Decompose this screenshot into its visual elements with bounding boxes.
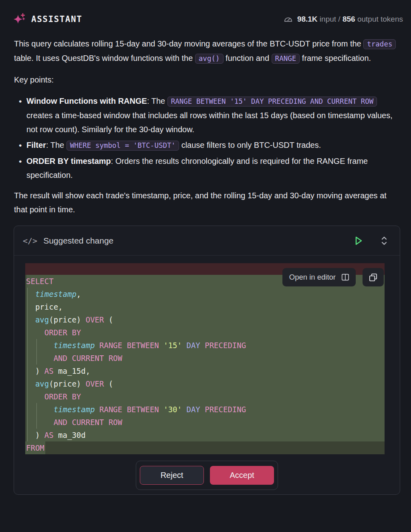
key-point-item: ORDER BY timestamp: Orders the results c… <box>26 154 398 182</box>
code-token: timestamp <box>35 290 77 298</box>
code-token: ORDER BY <box>44 328 81 337</box>
code-token: , <box>77 290 81 298</box>
suggestion-actions: Reject Accept <box>14 454 400 494</box>
role-label: ASSISTANT <box>31 14 82 24</box>
code-token: avg <box>35 379 49 388</box>
intro-paragraph: This query calculates rolling 15-day and… <box>14 37 398 66</box>
code-token: ma_15d, <box>54 367 91 375</box>
code-token: FROM <box>25 441 45 454</box>
code-token: ORDER BY <box>44 392 81 401</box>
inline-code-chip: RANGE BETWEEN '15' DAY PRECEDING AND CUR… <box>167 97 377 107</box>
token-usage: 98.1K input / 856 output tokens <box>283 14 403 24</box>
code-token <box>200 405 205 414</box>
gauge-icon <box>283 14 293 24</box>
code-line: ) AS ma_15d, <box>25 365 385 377</box>
code-token <box>26 315 35 324</box>
code-line: timestamp RANGE BETWEEN '15' DAY PRECEDI… <box>25 339 385 352</box>
key-point-item: Window Functions with RANGE: The RANGE B… <box>26 94 398 137</box>
code-line: timestamp RANGE BETWEEN '30' DAY PRECEDI… <box>25 403 385 416</box>
bold-text: Filter <box>26 141 46 149</box>
code-brackets-icon: </> <box>23 236 37 246</box>
text-run: : The <box>46 141 66 149</box>
diff-added-code: SELECT timestamp, price, avg(price) OVER… <box>25 275 385 454</box>
code-line: avg(price) OVER ( <box>25 313 385 326</box>
card-divider <box>14 255 400 256</box>
text-run: table. It uses QuestDB's window function… <box>14 54 195 62</box>
code-token: PRECEDING <box>205 341 246 350</box>
text-run: : The <box>147 97 167 105</box>
open-in-editor-button[interactable]: Open in editor <box>282 268 356 286</box>
code-token <box>182 341 186 350</box>
suggested-change-card: </> Suggested change SELECT timestamp, p… <box>14 226 400 495</box>
text-run: creates a time-based window that include… <box>26 111 393 134</box>
code-token <box>26 392 44 401</box>
code-line: timestamp, <box>25 288 385 300</box>
accept-button[interactable]: Accept <box>210 466 274 485</box>
code-line: AND CURRENT ROW <box>25 416 385 429</box>
code-token: AS <box>44 431 54 439</box>
output-tokens-value: 856 <box>342 15 355 23</box>
code-token <box>26 328 44 337</box>
code-token <box>159 405 163 414</box>
code-token <box>200 341 205 350</box>
actions-panel: Reject Accept <box>136 461 278 490</box>
code-token: OVER <box>86 315 104 324</box>
code-line: FROM <box>25 441 385 454</box>
code-token: AND CURRENT ROW <box>54 418 123 427</box>
diff-viewer[interactable]: SELECT timestamp, price, avg(price) OVER… <box>25 263 385 454</box>
code-token <box>26 354 54 363</box>
code-token <box>95 405 99 414</box>
code-line: ORDER BY <box>25 390 385 403</box>
code-line: ORDER BY <box>25 326 385 339</box>
code-token <box>182 405 186 414</box>
closing-paragraph: The result will show each trade's timest… <box>14 189 398 217</box>
reject-button[interactable]: Reject <box>140 466 204 485</box>
code-token <box>159 341 163 350</box>
copy-code-button[interactable] <box>363 268 384 286</box>
code-token: timestamp <box>54 405 95 414</box>
code-token <box>26 290 35 298</box>
chevrons-up-down-icon <box>380 236 389 246</box>
run-query-button[interactable] <box>352 234 365 248</box>
inline-code-chip: trades <box>363 39 396 49</box>
code-token <box>26 341 54 350</box>
play-icon <box>354 236 363 246</box>
code-token <box>26 418 54 427</box>
code-token: RANGE BETWEEN <box>99 341 159 350</box>
token-usage-text: 98.1K input / 856 output tokens <box>297 15 403 24</box>
message-body: This query calculates rolling 15-day and… <box>0 26 411 217</box>
input-tokens-value: 98.1K <box>297 15 318 23</box>
bold-text: ORDER BY timestamp <box>26 157 111 165</box>
collapse-expand-button[interactable] <box>378 234 390 248</box>
code-token: ma_30d <box>54 431 86 439</box>
split-pane-icon <box>341 273 350 282</box>
key-points-heading: Key points: <box>14 73 398 87</box>
inline-code-chip: WHERE symbol = 'BTC-USDT' <box>66 141 179 151</box>
assistant-message-view: ASSISTANT 98.1K input / 856 output token… <box>0 0 411 532</box>
code-line: AND CURRENT ROW <box>25 352 385 365</box>
inline-code-chip: RANGE <box>272 54 300 64</box>
code-token: AS <box>44 367 54 375</box>
code-token: PRECEDING <box>205 405 246 414</box>
code-token: DAY <box>186 341 200 350</box>
suggested-change-title: Suggested change <box>43 236 113 246</box>
copy-icon <box>369 273 378 282</box>
text-run: frame specification. <box>300 54 371 62</box>
code-line: avg(price) OVER ( <box>25 377 385 390</box>
text-run: This query calculates rolling 15-day and… <box>14 39 363 48</box>
suggested-change-header: </> Suggested change <box>14 226 400 255</box>
code-token: ( <box>104 315 113 324</box>
code-token: ) <box>26 431 44 439</box>
inline-code-chip: avg() <box>195 54 224 64</box>
code-token: SELECT <box>26 277 54 286</box>
key-points-list: Window Functions with RANGE: The RANGE B… <box>14 94 398 182</box>
code-token: timestamp <box>54 341 95 350</box>
text-run: clause filters to only BTC-USDT trades. <box>179 141 321 149</box>
code-token <box>26 405 54 414</box>
code-token: '15' <box>163 341 182 350</box>
code-token <box>26 379 35 388</box>
message-header: ASSISTANT 98.1K input / 856 output token… <box>0 0 411 26</box>
code-token: RANGE BETWEEN <box>99 405 159 414</box>
bold-text: Window Functions with RANGE <box>26 97 147 105</box>
code-token: '30' <box>163 405 182 414</box>
